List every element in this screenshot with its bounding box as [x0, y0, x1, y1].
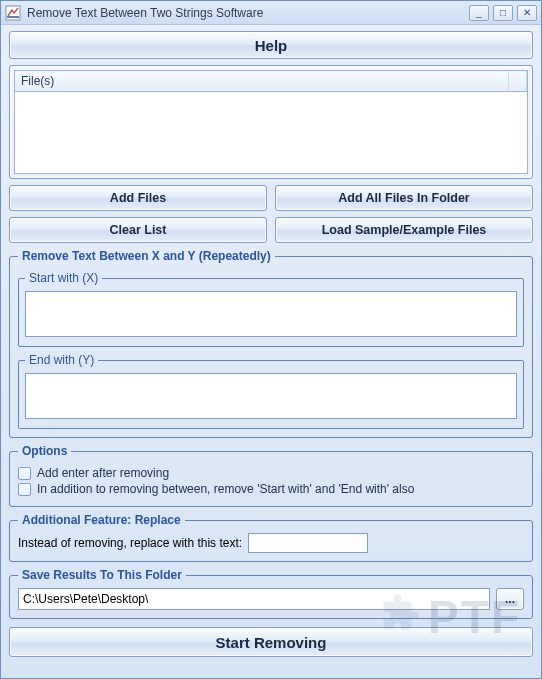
files-grid-body[interactable] [14, 92, 528, 174]
opt-add-enter-checkbox[interactable] [18, 467, 31, 480]
minimize-button[interactable]: _ [469, 5, 489, 21]
opt-remove-markers-checkbox[interactable] [18, 483, 31, 496]
end-with-group: End with (Y) [18, 353, 524, 429]
replace-input[interactable] [248, 533, 368, 553]
close-button[interactable]: ✕ [517, 5, 537, 21]
titlebar[interactable]: Remove Text Between Two Strings Software… [1, 1, 541, 25]
files-col-label[interactable]: File(s) [15, 71, 509, 91]
svg-rect-1 [7, 16, 19, 18]
opt-remove-markers-label: In addition to removing between, remove … [37, 482, 414, 496]
app-window: Remove Text Between Two Strings Software… [0, 0, 542, 679]
start-with-legend: Start with (X) [25, 271, 102, 285]
start-with-input[interactable] [25, 291, 517, 337]
browse-button[interactable]: ... [496, 588, 524, 610]
files-grid-header: File(s) [14, 70, 528, 92]
window-title: Remove Text Between Two Strings Software [27, 6, 469, 20]
options-group: Options Add enter after removing In addi… [9, 444, 533, 507]
app-icon [5, 5, 21, 21]
start-removing-button[interactable]: Start Removing [9, 627, 533, 657]
replace-label: Instead of removing, replace with this t… [18, 536, 242, 550]
save-folder-group: Save Results To This Folder ... [9, 568, 533, 619]
help-button[interactable]: Help [9, 31, 533, 59]
replace-group: Additional Feature: Replace Instead of r… [9, 513, 533, 562]
add-folder-button[interactable]: Add All Files In Folder [275, 185, 533, 211]
options-legend: Options [18, 444, 71, 458]
remove-between-legend: Remove Text Between X and Y (Repeatedly) [18, 249, 275, 263]
load-sample-button[interactable]: Load Sample/Example Files [275, 217, 533, 243]
start-with-group: Start with (X) [18, 271, 524, 347]
files-panel: File(s) [9, 65, 533, 179]
replace-legend: Additional Feature: Replace [18, 513, 185, 527]
add-files-button[interactable]: Add Files [9, 185, 267, 211]
save-folder-input[interactable] [18, 588, 490, 610]
opt-add-enter-label: Add enter after removing [37, 466, 169, 480]
remove-between-group: Remove Text Between X and Y (Repeatedly)… [9, 249, 533, 438]
end-with-input[interactable] [25, 373, 517, 419]
clear-list-button[interactable]: Clear List [9, 217, 267, 243]
maximize-button[interactable]: □ [493, 5, 513, 21]
save-folder-legend: Save Results To This Folder [18, 568, 186, 582]
files-col-spacer [509, 71, 527, 91]
end-with-legend: End with (Y) [25, 353, 98, 367]
